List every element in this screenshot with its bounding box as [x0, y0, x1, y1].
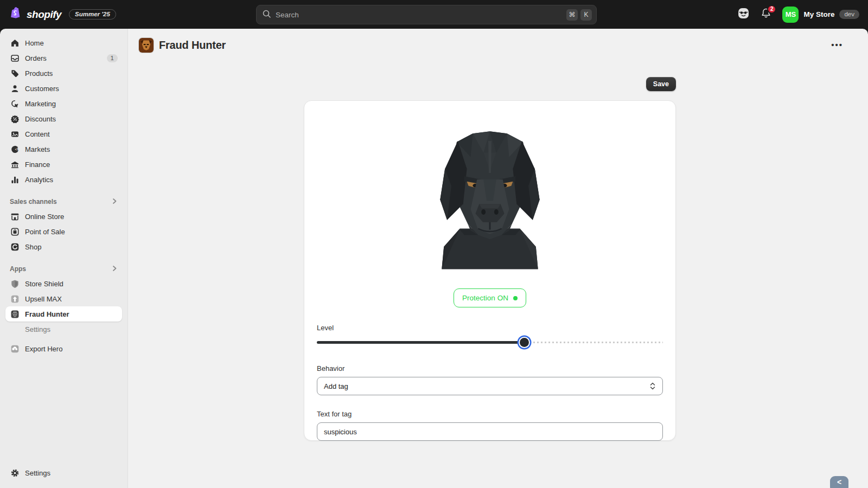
level-slider-thumb[interactable]	[520, 338, 529, 347]
content-icon	[10, 129, 20, 139]
level-label: Level	[317, 324, 663, 332]
sidebar-item-point-of-sale[interactable]: Point of Sale	[5, 224, 122, 239]
discounts-icon	[10, 114, 20, 124]
behavior-field: Behavior Add tag	[317, 364, 663, 395]
sidebar-item-upsell-max[interactable]: Upsell MAX	[5, 291, 122, 306]
analytics-icon	[10, 175, 20, 184]
sidebar-item-label: Store Shield	[25, 280, 63, 288]
shopify-logo-icon	[9, 6, 22, 23]
markets-icon: $	[10, 144, 20, 154]
ellipsis-icon[interactable]: •••	[830, 40, 844, 50]
sidebar-item-label: Upsell MAX	[25, 295, 62, 303]
orders-count-badge: 1	[107, 54, 118, 62]
app-card: Protection ON Level Behavior Add tag	[304, 100, 676, 441]
sidebar-item-label: Finance	[25, 160, 50, 169]
behavior-label: Behavior	[317, 364, 663, 373]
topbar: shopify Summer '25 ⌘ K	[0, 0, 868, 29]
save-button[interactable]: Save	[646, 77, 676, 91]
sidebar-item-label: Export Hero	[25, 345, 62, 353]
tag-field: Text for tag	[317, 410, 663, 441]
notifications-button[interactable]: 2	[760, 8, 773, 21]
search-icon	[262, 9, 271, 21]
marketing-icon	[10, 99, 20, 108]
sidebar-item-label: Marketing	[25, 100, 56, 108]
store-avatar: MS	[782, 7, 799, 23]
sidebar-item-label: Shop	[25, 243, 41, 251]
sidebar-item-shop[interactable]: Shop	[5, 239, 122, 254]
command-key: ⌘	[566, 9, 578, 21]
sidebar-item-customers[interactable]: Customers	[5, 81, 122, 96]
sidebar-item-label: Content	[25, 130, 50, 138]
sidebar-item-label: Discounts	[25, 115, 56, 123]
sidebar-item-label: Online Store	[25, 213, 64, 221]
shield-icon	[10, 279, 20, 288]
status-dot-icon	[513, 296, 518, 300]
sidebar-item-fraud-hunter-settings[interactable]: Settings	[5, 322, 122, 337]
store-name: My Store	[803, 10, 834, 18]
shopify-brand[interactable]: shopify Summer '25	[0, 6, 116, 23]
level-slider-fill	[317, 341, 525, 344]
page-title: Fraud Hunter	[159, 39, 226, 52]
sidebar-item-label: Fraud Hunter	[25, 310, 69, 318]
shop-icon	[10, 242, 20, 252]
notification-count-badge: 2	[767, 5, 777, 14]
customers-icon	[10, 84, 20, 93]
sidebar-item-label: Markets	[25, 145, 50, 153]
behavior-select[interactable]: Add tag	[317, 377, 663, 395]
sidebar-item-label: Settings	[25, 469, 50, 477]
dev-badge: dev	[839, 10, 859, 19]
collapse-button[interactable]: <	[830, 476, 848, 488]
sidebar-item-markets[interactable]: $ Markets	[5, 142, 122, 157]
sidebar-item-finance[interactable]: Finance	[5, 157, 122, 172]
level-slider[interactable]	[317, 337, 663, 348]
sidebar-item-discounts[interactable]: Discounts	[5, 111, 122, 126]
sidebar-item-settings[interactable]: Settings	[5, 465, 122, 480]
dog-hero-image	[317, 119, 663, 270]
point-of-sale-icon	[10, 227, 20, 236]
sidebar-item-label: Point of Sale	[25, 228, 65, 236]
sidebar-item-label: Home	[25, 39, 44, 47]
version-badge: Summer '25	[69, 9, 116, 20]
account-menu[interactable]: MS My Store dev	[782, 7, 859, 23]
dev-persona-button[interactable]	[737, 8, 750, 21]
sidebar-item-export-hero[interactable]: Export Hero	[5, 341, 122, 356]
cloud-download-icon	[10, 344, 20, 354]
main-content: Fraud Hunter ••• Save	[128, 29, 868, 488]
sidebar-item-products[interactable]: Products	[5, 66, 122, 81]
section-title: Sales channels	[10, 198, 57, 206]
products-icon	[10, 68, 20, 78]
level-field: Level	[317, 324, 663, 348]
sidebar-item-label: Customers	[25, 85, 59, 93]
sidebar-item-store-shield[interactable]: Store Shield	[5, 276, 122, 291]
search-bar[interactable]: ⌘ K	[256, 5, 597, 24]
protection-toggle-button[interactable]: Protection ON	[454, 288, 526, 307]
arrow-up-icon	[10, 294, 20, 304]
apps-header[interactable]: Apps	[5, 262, 122, 276]
sidebar-item-fraud-hunter[interactable]: Fraud Hunter	[5, 306, 122, 322]
shopify-wordmark: shopify	[27, 9, 61, 21]
section-title: Apps	[10, 265, 26, 273]
tag-label: Text for tag	[317, 410, 663, 418]
select-chevrons-icon	[649, 382, 656, 390]
sidebar-item-home[interactable]: Home	[5, 35, 122, 50]
spacer	[5, 337, 122, 341]
chevron-right-icon	[111, 197, 118, 207]
sidebar-item-orders[interactable]: Orders 1	[5, 50, 122, 66]
protection-label: Protection ON	[462, 294, 508, 302]
sidebar-item-marketing[interactable]: Marketing	[5, 96, 122, 111]
sub-item-label: Settings	[25, 325, 50, 333]
sales-channels-header[interactable]: Sales channels	[5, 195, 122, 209]
sidebar-item-label: Products	[25, 69, 53, 78]
chevron-right-icon	[111, 264, 118, 274]
sidebar-item-analytics[interactable]: Analytics	[5, 172, 122, 187]
sidebar-item-content[interactable]: Content	[5, 126, 122, 142]
svg-text:$: $	[15, 147, 18, 152]
topbar-actions: 2 MS My Store dev	[737, 0, 859, 29]
online-store-icon	[10, 211, 20, 221]
tag-text-input[interactable]	[317, 422, 663, 441]
dog-app-icon	[139, 38, 154, 53]
sidebar-item-online-store[interactable]: Online Store	[5, 209, 122, 224]
gear-icon	[10, 468, 20, 478]
page-header: Fraud Hunter •••	[128, 29, 868, 55]
search-input[interactable]	[276, 11, 564, 19]
